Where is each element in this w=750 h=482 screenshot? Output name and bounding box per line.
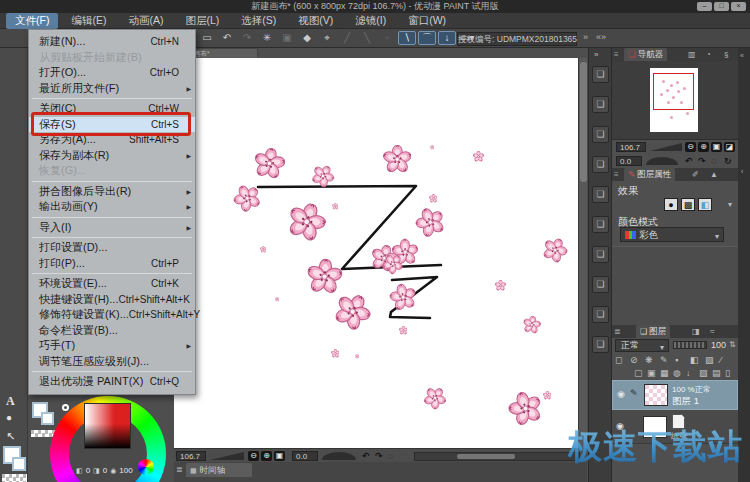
menu-item-19[interactable]: 环境设置(E)...Ctrl+K: [29, 276, 195, 292]
navigator-preview[interactable]: [612, 61, 738, 140]
reset-rotation-icon[interactable]: ◌: [711, 156, 716, 166]
text-tool-icon[interactable]: A: [6, 394, 15, 409]
menubar-item-6[interactable]: 滤镜(I): [346, 13, 395, 29]
navigator-view-frame[interactable]: [653, 73, 694, 110]
menu-item-8[interactable]: 保存为副本(R)▶: [29, 148, 195, 164]
color-mode-dropdown[interactable]: 彩色 ▾: [620, 227, 724, 242]
zoom-fit-icon[interactable]: ▣: [274, 451, 285, 461]
rotate-left-icon[interactable]: ↶: [685, 156, 693, 166]
zoom-in-icon[interactable]: ⊕: [261, 451, 272, 461]
lock-icon[interactable]: ▪: [675, 355, 678, 365]
vertical-scrollbar[interactable]: [578, 58, 587, 448]
picker-swatch-a-icon[interactable]: ◧: [76, 467, 83, 475]
new-vector-layer-icon[interactable]: ▣: [647, 368, 656, 378]
menu-item-16[interactable]: 打印设置(D)...: [29, 240, 195, 256]
collapsed-panel-icon-7[interactable]: ❏: [592, 276, 609, 293]
collapse-arrow-icon[interactable]: «: [740, 52, 744, 59]
clear-icon[interactable]: ✳: [258, 31, 276, 45]
layer-row-1[interactable]: ◉ ✎ 100 %正常 图层 1: [612, 380, 738, 410]
nav-subtab-view-icon[interactable]: ▥: [688, 50, 696, 59]
palette-dropdown-icon[interactable]: ◻: [615, 355, 622, 365]
navigator-thumbnail[interactable]: [650, 68, 698, 132]
layers-subtab-b-icon[interactable]: ≈: [710, 327, 714, 336]
hue-marker-icon[interactable]: [62, 404, 69, 411]
toolbar-scroll-icons[interactable]: «»: [596, 32, 606, 42]
fill-icon[interactable]: ◆: [298, 31, 316, 45]
panel-menu-icon[interactable]: ≡: [614, 50, 619, 59]
menubar-item-1[interactable]: 编辑(E): [62, 13, 115, 29]
horizontal-scrollbar[interactable]: [414, 452, 580, 461]
panel-handle-icon[interactable]: ‹: [741, 168, 743, 175]
saturation-value-square[interactable]: [84, 403, 131, 449]
undo-icon[interactable]: ↶: [218, 31, 236, 45]
tone-effect-icon[interactable]: ▩: [681, 198, 695, 211]
opacity-stepper[interactable]: ⇅: [729, 340, 736, 349]
collapsed-panel-icon-1[interactable]: ❏: [592, 96, 609, 113]
curve-tool-icon[interactable]: ⌒: [418, 31, 436, 45]
opacity-slider[interactable]: [673, 341, 707, 349]
ruler-icon[interactable]: ⁄: [720, 355, 722, 365]
menubar-item-7[interactable]: 窗口(W): [399, 13, 455, 29]
nav-subtab-item-icon[interactable]: §: [724, 50, 728, 59]
tab-navigator[interactable]: ❏导航器: [624, 48, 667, 61]
view-dropdown-icon[interactable]: ▭▾: [458, 31, 476, 45]
object-tool-icon[interactable]: ↖: [6, 430, 15, 443]
canvas-rotation-slider[interactable]: [322, 452, 356, 460]
visibility-eye-icon[interactable]: ◉: [617, 389, 625, 399]
lp-subtab-pen-icon[interactable]: ✐: [692, 170, 699, 179]
flip-icon[interactable]: ↻: [724, 156, 732, 166]
layer-thumbnail[interactable]: [644, 384, 668, 406]
pin-tool-icon[interactable]: ↓: [438, 31, 456, 45]
border-effect-icon[interactable]: ●: [664, 198, 678, 211]
figure-tool-icon[interactable]: ●: [6, 412, 12, 423]
apply-mask-icon[interactable]: ▤: [712, 368, 721, 378]
tab-layer-properties[interactable]: ✎图层属性: [624, 168, 675, 181]
layer-color-effect-icon[interactable]: ◧: [698, 198, 712, 211]
collapsed-panel-icon-2[interactable]: ❏: [592, 126, 609, 143]
menubar-item-4[interactable]: 选择(S): [232, 13, 285, 29]
vertical-scrollbar-thumb[interactable]: [580, 62, 587, 182]
create-mask-icon[interactable]: ▧: [699, 368, 708, 378]
layers-subtab-a-icon[interactable]: ◨: [692, 327, 700, 336]
horizontal-scrollbar-thumb[interactable]: [457, 454, 515, 459]
collapsed-panel-icon-9[interactable]: ❏: [592, 336, 609, 353]
delete-layer-icon[interactable]: ▯: [725, 368, 730, 378]
menu-item-21[interactable]: 修饰符键设置(K)...Ctrl+Shift+Alt+Y: [29, 307, 195, 323]
menu-item-24[interactable]: 调节笔压感应级别(J)...: [29, 354, 195, 370]
zoom-fit-icon[interactable]: ◪: [724, 142, 735, 152]
blend-mode-dropdown[interactable]: 正常 ▾: [615, 339, 669, 352]
rotate-right-icon[interactable]: ↷: [375, 451, 383, 461]
canvas-zoom-slider[interactable]: [210, 452, 244, 460]
rotate-right-icon[interactable]: ↷: [698, 156, 706, 166]
collapsed-panel-icon-5[interactable]: ❏: [592, 216, 609, 233]
menubar-item-3[interactable]: 图层(L): [176, 13, 228, 29]
collapsed-panel-icon-3[interactable]: ❏: [592, 156, 609, 173]
mask-enable-icon[interactable]: ▨: [705, 355, 714, 365]
toolbar-overflow-icon[interactable]: »: [583, 32, 588, 42]
minimize-button[interactable]: –: [697, 2, 712, 11]
zoom-out-icon[interactable]: ⊖: [248, 451, 259, 461]
zoom-in-icon[interactable]: ⊕: [698, 142, 709, 152]
menu-item-2[interactable]: 打开(O)...Ctrl+O: [29, 65, 195, 81]
menubar-item-2[interactable]: 动画(A): [119, 13, 172, 29]
menu-item-3[interactable]: 最近所用文件(F)▶: [29, 81, 195, 97]
effect-dropdown-icon[interactable]: ▾: [728, 200, 732, 209]
menu-item-11[interactable]: 拼合图像后导出(R)▶: [29, 184, 195, 200]
menu-item-17[interactable]: 打印(P)...Ctrl+P: [29, 256, 195, 272]
menu-item-22[interactable]: 命令栏设置(B)...: [29, 323, 195, 339]
color-wheel-icon[interactable]: [138, 459, 154, 475]
rotate-left-icon[interactable]: ↶: [362, 451, 370, 461]
transfer-down-icon[interactable]: ◍: [673, 368, 681, 378]
new-folder-icon[interactable]: ▦: [660, 368, 669, 378]
menu-item-12[interactable]: 输出动画(Y)▶: [29, 199, 195, 215]
panel-menu-icon[interactable]: ≣: [614, 327, 621, 336]
zoom-100-icon[interactable]: ▣: [711, 142, 722, 152]
strip-expand-icon[interactable]: »: [594, 50, 598, 59]
timeline-menu-icon[interactable]: ≣: [176, 465, 183, 474]
menubar-item-0[interactable]: 文件(F): [6, 13, 58, 29]
picker-hue-icon[interactable]: ◉: [110, 467, 116, 475]
lp-subtab-tri-icon[interactable]: ▲: [710, 170, 718, 179]
maximize-button[interactable]: □: [714, 2, 729, 11]
draft-icon[interactable]: ✎: [660, 355, 668, 365]
zoom-out-icon[interactable]: ⊖: [685, 142, 696, 152]
